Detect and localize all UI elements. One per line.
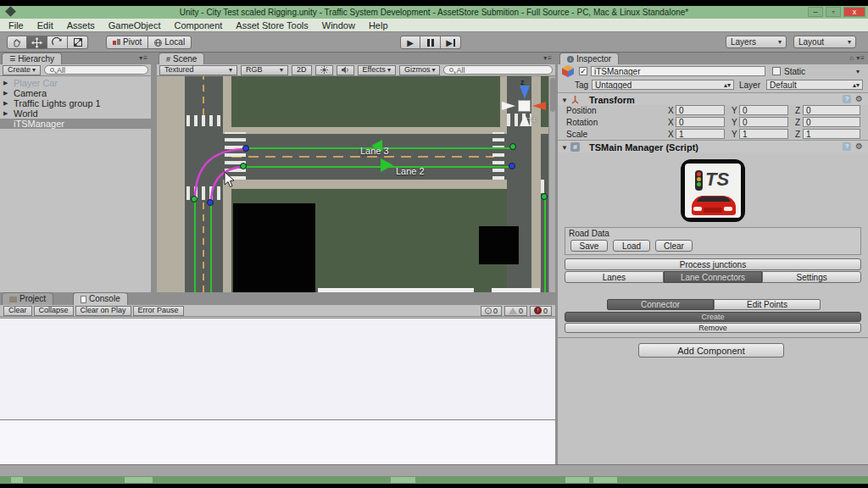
close-button[interactable]: x bbox=[843, 7, 865, 17]
gizmo-z-axis-cone[interactable] bbox=[520, 86, 530, 99]
taskbar-item[interactable] bbox=[391, 477, 415, 483]
layer-dropdown[interactable]: Default▴▾ bbox=[766, 80, 863, 90]
menu-component[interactable]: Component bbox=[174, 20, 222, 30]
hierarchy-item-camera[interactable]: ▶Camera bbox=[0, 88, 151, 98]
lock-icon[interactable]: ⌂ bbox=[849, 54, 854, 62]
rotation-y-field[interactable]: 0 bbox=[739, 117, 788, 127]
taskbar-item[interactable] bbox=[125, 477, 153, 483]
help-icon[interactable]: ? bbox=[843, 142, 851, 151]
lane-point-green[interactable] bbox=[541, 193, 548, 200]
scale-y-field[interactable]: 1 bbox=[739, 129, 788, 139]
lighting-toggle[interactable] bbox=[315, 65, 333, 75]
rotation-x-field[interactable]: 0 bbox=[676, 117, 725, 127]
add-component-button[interactable]: Add Component bbox=[638, 343, 784, 358]
tag-dropdown[interactable]: Untagged▴▾ bbox=[592, 80, 734, 90]
console-collapse-button[interactable]: Collapse bbox=[34, 306, 74, 316]
taskbar[interactable] bbox=[0, 476, 868, 484]
step-button[interactable]: ▶ bbox=[441, 36, 461, 49]
taskbar-item[interactable] bbox=[11, 477, 23, 483]
scene-orientation-gizmo[interactable]: z x bbox=[507, 78, 551, 122]
panel-menu-icon[interactable]: ▾≡ bbox=[543, 54, 553, 62]
gizmos-dropdown[interactable]: Gizmos▾ bbox=[399, 65, 441, 75]
tab-project[interactable]: Project bbox=[2, 292, 53, 305]
shading-mode-dropdown[interactable]: Textured▾ bbox=[159, 65, 237, 75]
position-x-field[interactable]: 0 bbox=[676, 105, 725, 115]
effects-dropdown[interactable]: Effects▾ bbox=[358, 65, 396, 75]
gizmo-axis-cone-white[interactable] bbox=[502, 102, 515, 110]
maximize-button[interactable]: ▫ bbox=[826, 7, 841, 17]
play-button[interactable]: ▶ bbox=[400, 36, 420, 49]
layout-dropdown[interactable]: Layout▾ bbox=[793, 36, 856, 48]
tab-connector[interactable]: Connector bbox=[607, 299, 714, 310]
name-field[interactable]: iTSManager bbox=[591, 66, 765, 76]
process-junctions-button[interactable]: Process junctions bbox=[565, 258, 861, 270]
2d-toggle[interactable]: 2D bbox=[292, 65, 312, 75]
render-mode-dropdown[interactable]: RGB▾ bbox=[241, 65, 288, 75]
console-error-pause-button[interactable]: Error Pause bbox=[133, 306, 184, 316]
hierarchy-item-traffic-lights[interactable]: ▶Traffic Lights group 1 bbox=[0, 98, 151, 108]
menu-file[interactable]: File bbox=[8, 20, 24, 30]
tab-lane-connectors[interactable]: Lane Connectors bbox=[664, 271, 763, 283]
tab-settings[interactable]: Settings bbox=[762, 271, 861, 283]
load-button[interactable]: Load bbox=[613, 240, 650, 252]
tab-inspector[interactable]: i Inspector bbox=[559, 53, 619, 64]
scale-x-field[interactable]: 1 bbox=[676, 129, 725, 139]
menu-asset-store-tools[interactable]: Asset Store Tools bbox=[236, 20, 308, 30]
panel-menu-icon[interactable]: ▾≡ bbox=[856, 54, 865, 62]
menu-assets[interactable]: Assets bbox=[67, 20, 95, 30]
scene-search-input[interactable]: All bbox=[443, 65, 553, 75]
local-toggle[interactable]: Local bbox=[148, 36, 192, 49]
rotate-tool-button[interactable] bbox=[47, 36, 68, 49]
tab-lanes[interactable]: Lanes bbox=[565, 271, 664, 283]
position-y-field[interactable]: 0 bbox=[739, 105, 788, 115]
lane-point-green[interactable] bbox=[191, 196, 198, 202]
menu-help[interactable]: Help bbox=[369, 20, 388, 30]
tab-edit-points[interactable]: Edit Points bbox=[714, 299, 821, 310]
gizmo-axis-cone-white[interactable] bbox=[520, 114, 530, 126]
transform-header[interactable]: ▼ Transform ? ⚙ bbox=[558, 92, 868, 105]
save-button[interactable]: Save bbox=[570, 240, 608, 252]
gear-icon[interactable]: ⚙ bbox=[855, 94, 863, 103]
scene-viewport[interactable]: Lane 3 Lane 2 ≡T4 z x bbox=[157, 76, 555, 292]
lane2-direction-arrow[interactable] bbox=[381, 158, 393, 172]
position-z-field[interactable]: 0 bbox=[803, 105, 860, 115]
hierarchy-item-player-car[interactable]: ▶Player Car bbox=[0, 78, 151, 88]
console-log-list[interactable] bbox=[0, 318, 555, 419]
lane-point-blue[interactable] bbox=[509, 163, 515, 169]
tab-hierarchy[interactable]: ☰ Hierarchy bbox=[2, 53, 62, 64]
hierarchy-item-itsmanager[interactable]: iTSManager bbox=[0, 119, 151, 129]
lane-point-green[interactable] bbox=[509, 143, 516, 150]
minimize-button[interactable]: – bbox=[808, 7, 823, 17]
move-tool-button[interactable] bbox=[27, 36, 47, 49]
console-clear-button[interactable]: Clear bbox=[3, 306, 32, 316]
console-detail-area[interactable] bbox=[0, 419, 555, 464]
panel-menu-icon[interactable]: ▾≡ bbox=[139, 54, 148, 62]
scale-z-field[interactable]: 1 bbox=[803, 129, 860, 139]
clear-button[interactable]: Clear bbox=[655, 240, 693, 252]
create-button[interactable]: Create bbox=[565, 312, 861, 322]
lane-point-blue[interactable] bbox=[207, 199, 214, 206]
lane-point-green[interactable] bbox=[240, 163, 247, 169]
audio-toggle[interactable] bbox=[337, 65, 354, 75]
static-checkbox[interactable] bbox=[772, 67, 781, 75]
taskbar-item[interactable] bbox=[593, 477, 617, 483]
hierarchy-search-input[interactable]: All bbox=[44, 65, 148, 75]
scene-scrollbar[interactable] bbox=[548, 76, 555, 292]
menu-edit[interactable]: Edit bbox=[37, 20, 53, 30]
pivot-toggle[interactable]: Pivot bbox=[106, 36, 148, 49]
taskbar-item[interactable] bbox=[565, 477, 589, 483]
hand-tool-button[interactable] bbox=[7, 36, 27, 49]
script-component-header[interactable]: ▼ # TSMain Manager (Script) ? ⚙ bbox=[558, 140, 868, 152]
console-clear-on-play-button[interactable]: Clear on Play bbox=[75, 306, 131, 316]
gizmo-x-axis-cone[interactable] bbox=[532, 102, 546, 110]
menu-window[interactable]: Window bbox=[322, 20, 355, 30]
hierarchy-item-world[interactable]: ▶World bbox=[0, 108, 151, 119]
pause-button[interactable] bbox=[420, 36, 441, 49]
static-dropdown-arrow[interactable]: ▾ bbox=[856, 68, 860, 75]
gear-icon[interactable]: ⚙ bbox=[855, 141, 863, 151]
lane-point-blue[interactable] bbox=[242, 145, 249, 152]
help-icon[interactable]: ? bbox=[843, 95, 851, 103]
rotation-z-field[interactable]: 0 bbox=[803, 117, 860, 127]
info-count-toggle[interactable]: ! 0 bbox=[481, 306, 502, 316]
active-checkbox[interactable]: ✓ bbox=[579, 67, 587, 75]
